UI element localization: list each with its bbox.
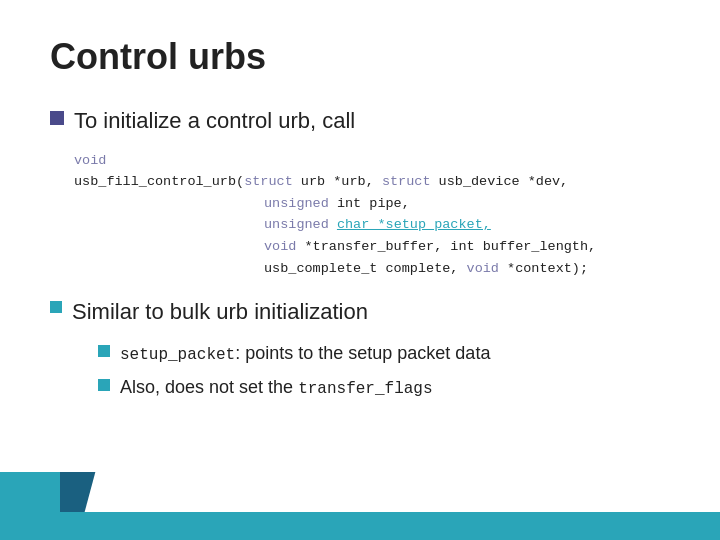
sub-bullet-icon xyxy=(50,301,62,313)
code-line-2: usb_fill_control_urb(struct urb *urb, st… xyxy=(74,171,670,193)
content-area: Control urbs To initialize a control urb… xyxy=(0,0,720,428)
code-line-3: unsigned int pipe, xyxy=(264,193,670,215)
bullet-icon xyxy=(50,111,64,125)
slide-title: Control urbs xyxy=(50,36,670,78)
sub-bullet-2: Also, does not set the transfer_flags xyxy=(98,375,670,401)
slide: Control urbs To initialize a control urb… xyxy=(0,0,720,540)
sub-bullets-list: setup_packet: points to the setup packet… xyxy=(98,341,670,400)
sub-bullet-2-icon xyxy=(98,379,110,391)
bottom-bar-teal xyxy=(0,512,720,540)
sub-bullet-1: setup_packet: points to the setup packet… xyxy=(98,341,670,367)
sub-bullet-1-text: setup_packet: points to the setup packet… xyxy=(120,341,490,367)
sub-heading-text: Similar to bulk urb initialization xyxy=(72,297,368,327)
code-block: void usb_fill_control_urb(struct urb *ur… xyxy=(74,150,670,280)
code-line-4: unsigned char *setup_packet, xyxy=(264,214,670,236)
code-line-6: usb_complete_t complete, void *context); xyxy=(264,258,670,280)
sub-bullet-2-text: Also, does not set the transfer_flags xyxy=(120,375,433,401)
bottom-bar-teal2 xyxy=(0,472,60,512)
main-bullet-text: To initialize a control urb, call xyxy=(74,106,355,136)
sub-bullet-1-icon xyxy=(98,345,110,357)
code-line-5: void *transfer_buffer, int buffer_length… xyxy=(264,236,670,258)
code-line-1: void xyxy=(74,150,670,172)
main-bullet: To initialize a control urb, call xyxy=(50,106,670,136)
sub-heading-bullet: Similar to bulk urb initialization xyxy=(50,297,670,327)
